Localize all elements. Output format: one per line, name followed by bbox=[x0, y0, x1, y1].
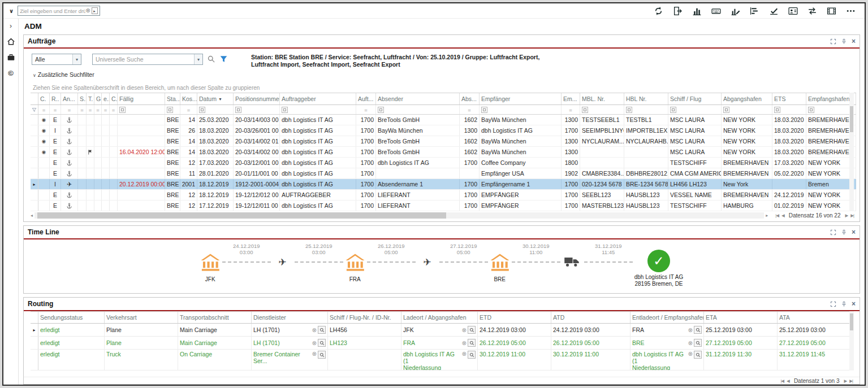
filter-cell[interactable]: = bbox=[562, 105, 580, 114]
vertical-scrollbar[interactable] bbox=[849, 93, 854, 211]
scrollbar-thumb[interactable] bbox=[850, 106, 853, 132]
table-row[interactable]: ◉E16.04.2020 12:00BRE1418.03.202020-03/1… bbox=[31, 147, 856, 158]
filter-cell[interactable] bbox=[772, 105, 806, 114]
filter-cell[interactable] bbox=[197, 105, 234, 114]
filter-cell[interactable]: = bbox=[50, 105, 61, 114]
transfer-icon[interactable] bbox=[807, 6, 817, 16]
column-header[interactable]: ATA bbox=[778, 312, 854, 323]
filter-type-icon[interactable] bbox=[670, 107, 676, 113]
first-page-icon[interactable]: |◀ bbox=[780, 378, 784, 383]
filter-cell[interactable]: = bbox=[61, 105, 78, 114]
contact-icon[interactable] bbox=[788, 6, 798, 16]
filter-cell[interactable]: = bbox=[110, 105, 118, 114]
lookup-search-icon[interactable] bbox=[318, 326, 326, 334]
clear-icon[interactable]: ⊗ bbox=[312, 351, 317, 358]
clear-icon[interactable]: ⊗ bbox=[462, 327, 467, 333]
column-header[interactable]: Empfangshafen bbox=[806, 93, 856, 104]
horizontal-scrollbar[interactable] bbox=[34, 212, 764, 219]
column-header[interactable]: Positionsnummer bbox=[234, 93, 280, 104]
filter-cell[interactable] bbox=[480, 105, 562, 114]
clear-icon[interactable]: ⊗ bbox=[85, 8, 90, 14]
filter-type-icon[interactable] bbox=[481, 107, 487, 113]
media-icon[interactable] bbox=[827, 6, 836, 16]
filter-type-icon[interactable] bbox=[282, 107, 288, 113]
filter-cell[interactable]: = bbox=[102, 105, 110, 114]
filter-cell[interactable] bbox=[668, 105, 722, 114]
filter-type-icon[interactable] bbox=[378, 107, 384, 113]
expand-icon[interactable] bbox=[830, 301, 836, 307]
home-icon[interactable] bbox=[7, 37, 15, 46]
briefcase-icon[interactable] bbox=[7, 53, 15, 62]
filter-type-icon[interactable] bbox=[774, 107, 780, 113]
table-row[interactable]: erledigtPlaneMain CarriageLH (1701)⊗LH12… bbox=[31, 337, 854, 350]
filter-cell[interactable] bbox=[624, 105, 668, 114]
filter-icon[interactable] bbox=[219, 55, 228, 63]
clear-icon[interactable]: ⊗ bbox=[312, 327, 317, 333]
last-page-icon[interactable]: ▶| bbox=[850, 213, 854, 218]
prev-page-icon[interactable]: ◀ bbox=[781, 213, 784, 218]
filter-type-icon[interactable] bbox=[582, 107, 588, 113]
filter-cell[interactable] bbox=[722, 105, 772, 114]
scrollbar-thumb[interactable] bbox=[850, 313, 853, 330]
scope-select[interactable]: Alle ▾ bbox=[32, 54, 81, 65]
routing-panel-header[interactable]: Routing × bbox=[24, 298, 860, 310]
lookup-search-icon[interactable] bbox=[694, 326, 702, 334]
approve-icon[interactable] bbox=[769, 6, 779, 16]
next-page-icon[interactable]: ▶ bbox=[844, 378, 847, 383]
column-header[interactable]: ETD bbox=[478, 312, 551, 323]
column-header[interactable]: HBL Nr. bbox=[624, 93, 668, 104]
column-header[interactable]: Abgangshafen bbox=[722, 93, 772, 104]
table-row[interactable]: ◉EBRE1418.03.202020-03/14/002 01dbh Logi… bbox=[31, 136, 856, 147]
column-header[interactable]: Schiff / Flug-Nr. / ID-Nr. bbox=[328, 312, 401, 323]
column-header[interactable]: Kos... bbox=[180, 93, 197, 104]
column-header[interactable]: Abs... bbox=[460, 93, 480, 104]
column-header[interactable]: R.. bbox=[50, 93, 61, 104]
next-page-icon[interactable]: ▶ bbox=[845, 213, 848, 218]
filter-type-icon[interactable] bbox=[626, 107, 632, 113]
chevron-down-icon[interactable]: ∨ bbox=[9, 8, 14, 14]
table-row[interactable]: erledigtTruckOn CarriageBremer Container… bbox=[31, 350, 854, 370]
column-header[interactable]: An... bbox=[61, 93, 78, 104]
column-header[interactable]: T. bbox=[87, 93, 94, 104]
table-row[interactable]: ◉IBRE2618.03.202020-03/26/001 00dbh Logi… bbox=[31, 125, 856, 136]
pin-icon[interactable] bbox=[841, 301, 847, 307]
filter-cell[interactable]: = bbox=[356, 105, 376, 114]
table-row[interactable]: EBRE1217.12.201919-12/12/011 00dbh Logis… bbox=[31, 200, 856, 211]
filter-cell[interactable]: = bbox=[38, 105, 50, 114]
clear-icon[interactable]: ⊗ bbox=[462, 340, 467, 346]
column-header[interactable]: Auft... bbox=[356, 93, 376, 104]
pin-icon[interactable] bbox=[841, 229, 847, 236]
copyright-icon[interactable]: © bbox=[8, 69, 14, 77]
lookup-search-icon[interactable] bbox=[468, 326, 476, 334]
gantt-icon[interactable] bbox=[750, 6, 759, 16]
goto-input[interactable] bbox=[20, 8, 85, 14]
column-header[interactable]: Ladeort / Abgangshafen bbox=[401, 312, 478, 323]
filter-cell[interactable] bbox=[580, 105, 624, 114]
clear-icon[interactable]: ⊗ bbox=[688, 351, 693, 358]
filter-cell[interactable]: = bbox=[78, 105, 87, 114]
table-row[interactable]: ◉EBRE1425.03.202020-03/14/003 00dbh Logi… bbox=[31, 115, 856, 125]
filter-cell[interactable]: = bbox=[87, 105, 94, 114]
table-row[interactable]: ▸erledigtPlaneMain CarriageLH (1701)⊗LH4… bbox=[31, 324, 854, 337]
chart-edit-icon[interactable] bbox=[731, 6, 740, 16]
column-header[interactable]: Verkehrsart bbox=[105, 312, 178, 323]
additional-filters-toggle[interactable]: ∨Zusätzliche Suchfilter bbox=[33, 71, 860, 78]
column-header[interactable]: Transportabschnitt bbox=[178, 312, 252, 323]
filter-cell[interactable] bbox=[806, 105, 856, 114]
chevron-down-icon[interactable]: ▾ bbox=[72, 54, 81, 64]
filter-cell[interactable] bbox=[118, 105, 165, 114]
scroll-left-icon[interactable]: ◂ bbox=[31, 213, 33, 218]
close-icon[interactable]: × bbox=[852, 229, 856, 236]
filter-cell[interactable] bbox=[234, 105, 280, 114]
bar-chart-icon[interactable] bbox=[692, 6, 702, 16]
export-icon[interactable] bbox=[673, 6, 683, 16]
column-header[interactable]: Empfänger bbox=[480, 93, 562, 104]
close-icon[interactable]: × bbox=[852, 300, 856, 307]
filter-cell[interactable] bbox=[376, 105, 460, 114]
pin-icon[interactable] bbox=[841, 38, 847, 45]
filter-cell[interactable]: = bbox=[180, 105, 197, 114]
column-header[interactable]: C. bbox=[110, 93, 118, 104]
column-header[interactable]: e... bbox=[102, 93, 110, 104]
column-header[interactable]: C. bbox=[38, 93, 50, 104]
more-icon[interactable] bbox=[846, 6, 856, 16]
